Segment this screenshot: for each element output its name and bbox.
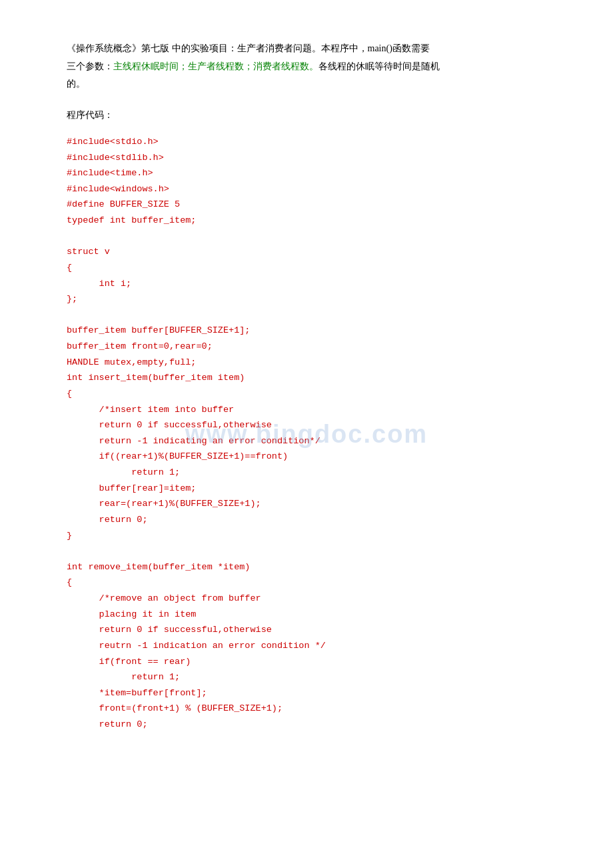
code-block: #include<stdio.h>#include<stdlib.h>#incl… <box>67 134 560 733</box>
code-line: placing it in item <box>67 607 560 623</box>
code-line: front=(front+1) % (BUFFER_SIZE+1); <box>67 701 560 717</box>
code-line: if((rear+1)%(BUFFER_SIZE+1)==front) <box>67 449 560 465</box>
code-line: #include<stdio.h> <box>67 134 560 150</box>
intro-line1: 《操作系统概念》第七版 中的实验项目：生产者消费者问题。本程序中，main()函… <box>67 43 430 53</box>
code-line: return -1 indicating an error condition*… <box>67 433 560 449</box>
code-line: #include<stdlib.h> <box>67 150 560 166</box>
code-line: int i; <box>67 276 560 292</box>
code-line: #include<windows.h> <box>67 181 560 197</box>
code-line: reutrn -1 indication an error condition … <box>67 638 560 654</box>
code-line: #include<time.h> <box>67 165 560 181</box>
code-line: }; <box>67 291 560 307</box>
code-line: struct v <box>67 244 560 260</box>
code-line: return 0 if successful,otherwise <box>67 622 560 638</box>
code-line <box>67 229 560 245</box>
code-line: return 0; <box>67 512 560 528</box>
code-line: /*remove an object from buffer <box>67 591 560 607</box>
code-line: /*insert item into buffer <box>67 402 560 418</box>
highlight-consumer: 消费者线程数。 <box>253 61 318 71</box>
code-line: } <box>67 528 560 544</box>
code-line: { <box>67 260 560 276</box>
code-line: int insert_item(buffer_item item) <box>67 370 560 386</box>
code-line: return 1; <box>67 465 560 481</box>
code-line: { <box>67 386 560 402</box>
code-line: HANDLE mutex,empty,full; <box>67 355 560 371</box>
intro-paragraph: 《操作系统概念》第七版 中的实验项目：生产者消费者问题。本程序中，main()函… <box>67 40 560 93</box>
code-line: typedef int buffer_item; <box>67 213 560 229</box>
code-line: if(front == rear) <box>67 654 560 670</box>
intro-line2-prefix: 三个参数： <box>67 61 113 71</box>
code-line: return 1; <box>67 669 560 685</box>
code-line: #define BUFFER_SIZE 5 <box>67 197 560 213</box>
code-line: buffer[rear]=item; <box>67 481 560 497</box>
intro-line3: 的。 <box>67 79 85 89</box>
highlight-producer: 生产者线程数； <box>188 61 253 71</box>
code-line: { <box>67 575 560 591</box>
code-line: return 0 if successful,otherwise <box>67 417 560 433</box>
code-line <box>67 307 560 323</box>
highlight-sleep: 主线程休眠时间； <box>113 61 188 71</box>
code-line <box>67 543 560 559</box>
code-line: buffer_item buffer[BUFFER_SIZE+1]; <box>67 323 560 339</box>
code-line: return 0; <box>67 717 560 733</box>
code-line: rear=(rear+1)%(BUFFER_SIZE+1); <box>67 496 560 512</box>
code-line: buffer_item front=0,rear=0; <box>67 339 560 355</box>
intro-line2-suffix: 各线程的休眠等待时间是随机 <box>318 61 440 71</box>
code-line: *item=buffer[front]; <box>67 685 560 701</box>
section-label: 程序代码： <box>67 107 560 123</box>
code-line: int remove_item(buffer_item *item) <box>67 559 560 575</box>
